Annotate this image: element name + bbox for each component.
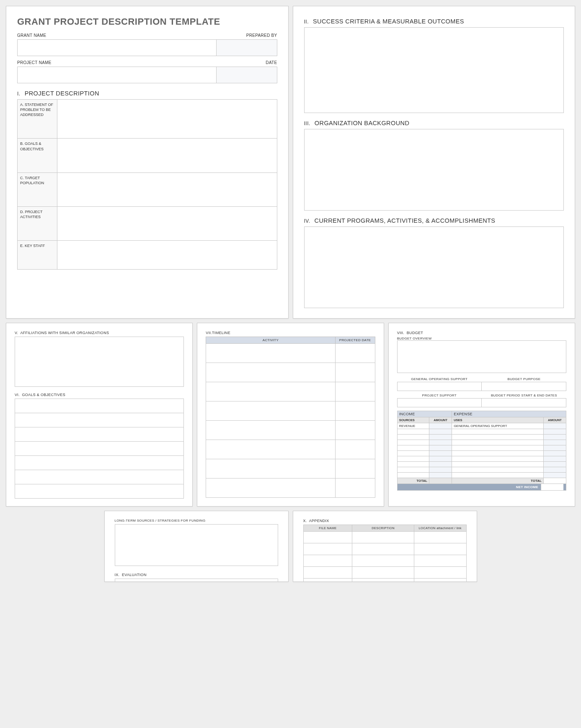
desc-row-a-input[interactable]	[57, 100, 277, 139]
budget-income-header: INCOME	[397, 411, 452, 417]
evaluation-input[interactable]	[115, 579, 278, 582]
budget-cell[interactable]	[397, 462, 429, 467]
appendix-cell[interactable]	[414, 579, 467, 582]
appendix-cell[interactable]	[352, 579, 414, 582]
budget-cell[interactable]	[543, 445, 566, 451]
goal-row[interactable]	[15, 442, 184, 456]
budget-cell[interactable]	[397, 467, 429, 473]
timeline-cell[interactable]	[335, 459, 375, 478]
input-prepared-by[interactable]	[217, 39, 277, 56]
budget-cell[interactable]	[452, 462, 544, 467]
timeline-cell[interactable]	[335, 440, 375, 459]
budget-cell[interactable]	[543, 423, 566, 429]
budget-cell[interactable]	[452, 451, 544, 456]
timeline-cell[interactable]	[206, 459, 335, 478]
budget-cell[interactable]	[543, 467, 566, 473]
input-gos[interactable]	[397, 382, 482, 391]
budget-cell[interactable]	[543, 429, 566, 435]
appendix-cell[interactable]	[303, 579, 352, 582]
appendix-cell[interactable]	[303, 567, 352, 579]
timeline-cell[interactable]	[335, 401, 375, 421]
desc-row-e-input[interactable]	[57, 241, 277, 270]
success-criteria-input[interactable]	[304, 27, 564, 113]
timeline-cell[interactable]	[206, 382, 335, 401]
budget-cell[interactable]	[429, 445, 452, 451]
input-project-name[interactable]	[17, 67, 217, 83]
budget-cell[interactable]	[429, 456, 452, 462]
budget-cell[interactable]	[452, 435, 544, 440]
budget-cell[interactable]	[429, 462, 452, 467]
input-budget-dates[interactable]	[482, 398, 566, 407]
goal-row[interactable]	[15, 456, 184, 470]
timeline-cell[interactable]	[206, 344, 335, 363]
appendix-cell[interactable]	[414, 532, 467, 543]
budget-cell[interactable]	[429, 423, 452, 429]
current-programs-input[interactable]	[304, 226, 564, 308]
desc-row-d-input[interactable]	[57, 206, 277, 240]
budget-cell[interactable]	[543, 435, 566, 440]
budget-cell[interactable]	[429, 435, 452, 440]
budget-cell[interactable]	[452, 429, 544, 435]
goal-row[interactable]	[15, 413, 184, 427]
section-5-num: V.	[15, 331, 18, 335]
budget-cell[interactable]	[429, 467, 452, 473]
budget-cell[interactable]	[429, 440, 452, 445]
input-purpose[interactable]	[482, 382, 566, 391]
budget-cell[interactable]	[429, 429, 452, 435]
appendix-loc-header: LOCATION attachment / link	[414, 525, 467, 532]
timeline-cell[interactable]	[335, 363, 375, 382]
desc-row-c-input[interactable]	[57, 172, 277, 206]
timeline-cell[interactable]	[335, 344, 375, 363]
budget-cell[interactable]	[397, 445, 429, 451]
appendix-cell[interactable]	[352, 532, 414, 543]
budget-cell[interactable]	[397, 435, 429, 440]
input-grant-name[interactable]	[17, 39, 217, 56]
org-background-input[interactable]	[304, 129, 564, 211]
appendix-cell[interactable]	[414, 567, 467, 579]
budget-cell[interactable]	[397, 456, 429, 462]
appendix-cell[interactable]	[352, 567, 414, 579]
timeline-cell[interactable]	[206, 421, 335, 440]
budget-overview-input[interactable]	[397, 340, 566, 373]
budget-cell[interactable]	[543, 473, 566, 478]
budget-cell[interactable]	[429, 451, 452, 456]
budget-cell[interactable]	[543, 451, 566, 456]
timeline-cell[interactable]	[335, 421, 375, 440]
budget-cell[interactable]	[397, 440, 429, 445]
timeline-cell[interactable]	[206, 363, 335, 382]
net-income-row: NET INCOME	[397, 484, 566, 491]
goal-row[interactable]	[15, 484, 184, 499]
appendix-cell[interactable]	[414, 555, 467, 567]
goal-row[interactable]	[15, 470, 184, 484]
budget-cell[interactable]	[397, 429, 429, 435]
budget-cell[interactable]	[452, 445, 544, 451]
budget-cell[interactable]	[543, 440, 566, 445]
budget-cell[interactable]	[397, 451, 429, 456]
desc-row-b-input[interactable]	[57, 139, 277, 172]
input-proj-support[interactable]	[397, 398, 482, 407]
timeline-cell[interactable]	[206, 401, 335, 421]
budget-cell[interactable]	[452, 467, 544, 473]
budget-cell[interactable]	[429, 473, 452, 478]
input-date[interactable]	[217, 67, 277, 83]
budget-cell[interactable]	[397, 473, 429, 478]
affiliations-input[interactable]	[15, 337, 184, 387]
goal-row[interactable]	[15, 399, 184, 413]
funding-input[interactable]	[115, 524, 278, 566]
appendix-cell[interactable]	[352, 543, 414, 555]
goal-row[interactable]	[15, 427, 184, 442]
timeline-cell[interactable]	[206, 478, 335, 498]
budget-cell[interactable]	[543, 456, 566, 462]
appendix-cell[interactable]	[303, 543, 352, 555]
timeline-cell[interactable]	[335, 478, 375, 498]
timeline-cell[interactable]	[335, 382, 375, 401]
appendix-cell[interactable]	[303, 555, 352, 567]
appendix-cell[interactable]	[352, 555, 414, 567]
budget-cell[interactable]	[452, 456, 544, 462]
appendix-cell[interactable]	[414, 543, 467, 555]
budget-cell[interactable]	[452, 473, 544, 478]
timeline-cell[interactable]	[206, 440, 335, 459]
budget-cell[interactable]	[543, 462, 566, 467]
appendix-cell[interactable]	[303, 532, 352, 543]
budget-cell[interactable]	[452, 440, 544, 445]
